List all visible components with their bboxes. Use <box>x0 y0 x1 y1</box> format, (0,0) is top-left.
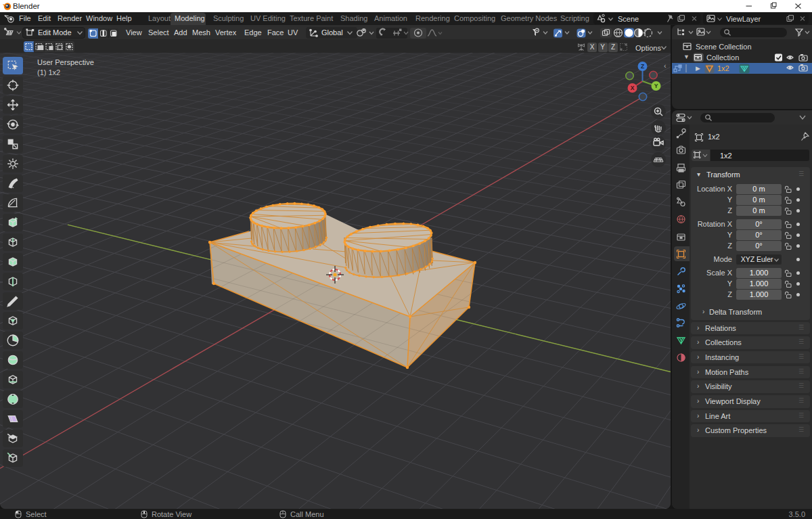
svg-text:X: X <box>631 85 635 91</box>
svg-text:Z: Z <box>641 63 644 70</box>
svg-text:Y: Y <box>654 83 658 89</box>
